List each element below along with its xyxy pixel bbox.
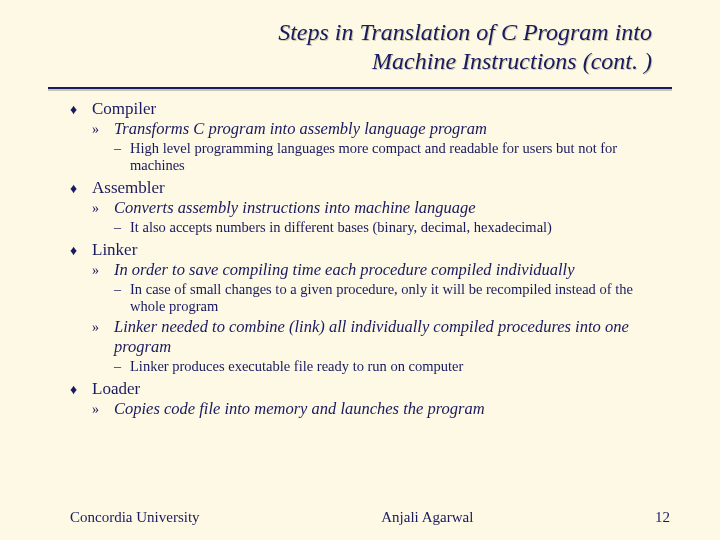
detail-compiler-0-0: – High level programming languages more … [70,140,664,175]
heading-text: Loader [92,379,140,399]
detail-text: It also accepts numbers in different bas… [130,219,556,237]
heading-text: Assembler [92,178,165,198]
sub-compiler-0: » Transforms C program into assembly lan… [70,119,664,139]
detail-text: Linker produces executable file ready to… [130,358,467,376]
sub-assembler-0: » Converts assembly instructions into ma… [70,198,664,218]
detail-text: High level programming languages more co… [130,140,664,175]
sub-text: Transforms C program into assembly langu… [114,119,487,139]
sub-text: Converts assembly instructions into mach… [114,198,476,218]
sub-text: In order to save compiling time each pro… [114,260,575,280]
heading-compiler: ♦ Compiler [70,99,664,119]
footer-left: Concordia University [70,509,200,526]
detail-linker-0-0: – In case of small changes to a given pr… [70,281,664,316]
dash-icon: – [114,359,130,375]
heading-text: Linker [92,240,137,260]
diamond-icon: ♦ [70,382,92,398]
slide-title: Steps in Translation of C Program into M… [0,0,720,83]
heading-assembler: ♦ Assembler [70,178,664,198]
raquo-icon: » [92,263,114,279]
raquo-icon: » [92,402,114,418]
title-divider [48,87,672,89]
diamond-icon: ♦ [70,181,92,197]
sub-linker-1: » Linker needed to combine (link) all in… [70,317,664,357]
title-line-2: Machine Instructions (cont. ) [0,47,652,76]
dash-icon: – [114,220,130,236]
diamond-icon: ♦ [70,243,92,259]
detail-linker-1-0: – Linker produces executable file ready … [70,358,664,376]
footer-center: Anjali Agarwal [200,509,655,526]
sub-loader-0: » Copies code file into memory and launc… [70,399,664,419]
raquo-icon: » [92,320,114,336]
detail-text: In case of small changes to a given proc… [130,281,664,316]
heading-text: Compiler [92,99,156,119]
raquo-icon: » [92,201,114,217]
diamond-icon: ♦ [70,102,92,118]
heading-loader: ♦ Loader [70,379,664,399]
sub-linker-0: » In order to save compiling time each p… [70,260,664,280]
heading-linker: ♦ Linker [70,240,664,260]
raquo-icon: » [92,122,114,138]
footer-right: 12 [655,509,670,526]
title-line-1: Steps in Translation of C Program into [0,18,652,47]
sub-text: Copies code file into memory and launche… [114,399,485,419]
sub-text: Linker needed to combine (link) all indi… [114,317,664,357]
dash-icon: – [114,282,130,298]
slide-body: ♦ Compiler » Transforms C program into a… [0,99,720,419]
detail-assembler-0-0: – It also accepts numbers in different b… [70,219,664,237]
dash-icon: – [114,141,130,157]
slide-footer: Concordia University Anjali Agarwal 12 [0,509,720,526]
